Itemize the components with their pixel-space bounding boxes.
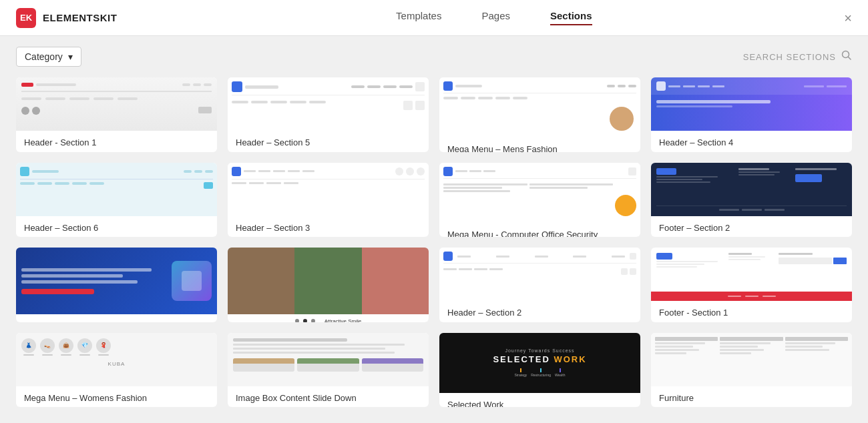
card-label: Header – Section 2: [439, 301, 640, 322]
card-furniture[interactable]: Furniture: [651, 333, 852, 408]
card-label: Header – Section 6: [16, 216, 217, 238]
card-header-section-4[interactable]: Header – Section 4: [651, 77, 852, 152]
nav-tabs: Templates Pages Sections: [144, 10, 844, 25]
app-header: EK ELEMENTSKIT Templates Pages Sections …: [0, 0, 868, 36]
logo-text: ELEMENTSKIT: [43, 12, 117, 23]
card-footer-section-1[interactable]: Footer - Section 1: [651, 248, 852, 322]
card-header-section-1[interactable]: Header - Section 1: [16, 77, 217, 152]
logo-icon: EK: [16, 8, 36, 28]
card-header-section-6[interactable]: Header – Section 6: [16, 163, 217, 238]
toolbar: Category ▾ SEARCH SECTIONS: [0, 36, 868, 77]
sections-grid: Header - Section 1: [0, 77, 868, 423]
card-label: Mega Menu – Womens Fashion: [16, 386, 217, 408]
card-header-section-3[interactable]: Header – Section 3: [228, 163, 429, 238]
card-header-section-2[interactable]: Header – Section 2: [439, 248, 640, 322]
svg-line-1: [849, 57, 851, 60]
card-label: Header – Section 3: [228, 216, 429, 238]
card-mega-menu-computer[interactable]: Mega Menu - Computer Office Security: [439, 163, 640, 238]
card-mega-menu-mens[interactable]: Mega Menu – Mens Fashion: [439, 77, 640, 152]
card-label: Footer - Section 1: [651, 301, 852, 322]
card-label: Header – Section 4: [651, 131, 852, 152]
card-label: Header - Section 1: [16, 131, 217, 152]
card-image-accordion-beauty[interactable]: Attractive Smile Image Accordion - Beaut…: [228, 248, 429, 322]
close-button[interactable]: ×: [844, 11, 852, 25]
card-mega-menu-womens[interactable]: 👗 👡 👜 💎 🧣 K: [16, 333, 217, 408]
search-label: SEARCH SECTIONS: [743, 52, 836, 62]
category-label: Category: [25, 51, 63, 62]
search-area: SEARCH SECTIONS: [743, 50, 852, 63]
category-dropdown[interactable]: Category ▾: [16, 47, 81, 67]
card-label: Furniture: [651, 386, 852, 408]
card-label: Mega Menu – Mens Fashion: [439, 137, 640, 152]
card-image-box[interactable]: Image Box Content Slide Down: [228, 333, 429, 408]
card-label: Selected Work: [439, 393, 640, 408]
logo-area: EK ELEMENTSKIT: [16, 8, 117, 28]
card-label: Footer – Section 2: [651, 216, 852, 238]
card-label: Mega Menu - Computer Office Security: [439, 223, 640, 238]
chevron-down-icon: ▾: [68, 51, 73, 62]
card-call-to-action-19[interactable]: Call To Action – Section 19: [16, 248, 217, 322]
card-label: Call To Action – Section 19: [16, 314, 217, 322]
tab-templates[interactable]: Templates: [396, 10, 441, 25]
card-header-section-5[interactable]: Header – Section 5: [228, 77, 429, 152]
card-selected-work[interactable]: Journey Towards Success SELECTED WORK St…: [439, 333, 640, 408]
card-label: Header – Section 5: [228, 131, 429, 152]
tab-sections[interactable]: Sections: [550, 10, 592, 25]
search-icon[interactable]: [841, 50, 852, 63]
card-label: Image Box Content Slide Down: [228, 386, 429, 408]
card-footer-section-2[interactable]: Footer – Section 2: [651, 163, 852, 238]
tab-pages[interactable]: Pages: [481, 10, 510, 25]
